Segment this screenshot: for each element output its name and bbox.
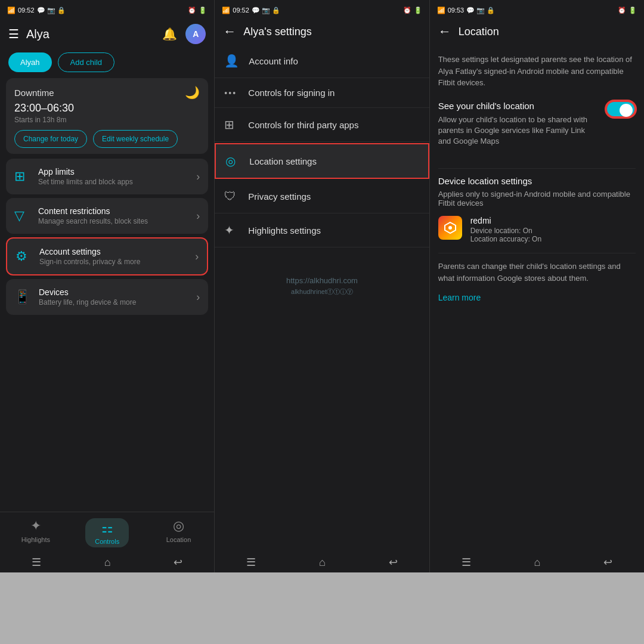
app-limits-icon: ⊞ <box>14 169 30 184</box>
content-restrictions-text: Content restrictions Manage search resul… <box>38 206 196 225</box>
signal-icon-3: 📶 <box>437 7 445 14</box>
screen-3: 📶 09:53 💬 📷 🔒 ⏰ 🔋 ← Location These setti… <box>430 0 644 572</box>
downtime-title: Downtime <box>14 88 54 98</box>
chevron-account: › <box>195 250 199 263</box>
status-left-3: 📶 09:53 💬 📷 🔒 <box>437 7 496 14</box>
controls-signing-icon: ••• <box>224 88 239 98</box>
downtime-header: Downtime 🌙 <box>14 85 200 100</box>
learn-more-link[interactable]: Learn more <box>438 293 481 302</box>
location-nav-icon: ◎ <box>173 518 184 534</box>
settings-controls-third-party[interactable]: ⊞ Controls for third party apps <box>215 108 429 142</box>
device-location-sub: Applies only to signed-in Android mobile… <box>438 190 636 208</box>
sys-home-icon[interactable]: ⌂ <box>104 556 111 569</box>
controls-signing-label: Controls for signing in <box>248 88 335 98</box>
sys3-back-icon[interactable]: ↩ <box>603 556 612 569</box>
sys-back-icon[interactable]: ↩ <box>174 556 182 569</box>
content-restrictions-subtitle: Manage search results, block sites <box>38 217 196 225</box>
menu-item-devices[interactable]: 📱 Devices Battery life, ring device & mo… <box>6 279 208 315</box>
profile-btn-1[interactable]: Alyah <box>8 52 52 72</box>
devices-subtitle: Battery life, ring device & more <box>39 298 196 306</box>
controls-nav-bg: ⚏ Controls <box>85 518 129 547</box>
time-1: 09:52 <box>18 7 35 14</box>
sys2-home-icon[interactable]: ⌂ <box>319 556 326 569</box>
screen3-title: Location <box>459 26 499 38</box>
watermark: https://alkhudhri.com alkhudhrinetⓕⓣⓘⓨ <box>233 276 411 296</box>
profile-btn-2[interactable]: Add child <box>58 52 114 72</box>
menu-item-content-restrictions[interactable]: ▽ Content restrictions Manage search res… <box>6 198 208 234</box>
account-info-icon: 👤 <box>224 54 239 68</box>
controls-nav-label: Controls <box>95 538 119 545</box>
child-location-title: See your child's location <box>438 101 600 111</box>
screen-2: 📶 09:52 💬 📷 🔒 ⏰ 🔋 ← Alya's settings 👤 Ac… <box>215 0 429 572</box>
content-restrictions-icon: ▽ <box>14 208 30 224</box>
signal-icon-2: 📶 <box>222 7 230 14</box>
device-accuracy-status: Location accuracy: On <box>470 235 541 243</box>
notification-icons-2: 💬 📷 🔒 <box>252 7 280 14</box>
watermark-url: https://alkhudhri.com <box>233 276 411 285</box>
chevron-app-limits: › <box>196 171 200 183</box>
battery-1: 🔋 <box>199 7 207 14</box>
sys-menu-icon[interactable]: ☰ <box>32 556 41 569</box>
status-bar-2: 📶 09:52 💬 📷 🔒 ⏰ 🔋 <box>215 0 429 19</box>
device-location-status: Device location: On <box>470 227 541 235</box>
devices-title: Devices <box>39 287 196 297</box>
app-limits-subtitle: Set time limits and block apps <box>38 178 196 186</box>
time-2: 09:52 <box>233 7 249 14</box>
account-settings-text: Account settings Sign-in controls, priva… <box>39 247 195 266</box>
see-child-location-row: See your child's location Allow your chi… <box>438 101 636 157</box>
system-nav-1: ☰ ⌂ ↩ <box>0 551 214 572</box>
settings-location-settings[interactable]: ◎ Location settings <box>215 143 429 179</box>
settings-highlights[interactable]: ✦ Highlights settings <box>215 213 429 247</box>
account-settings-icon: ⚙ <box>16 249 31 264</box>
alarm-icon-2: ⏰ <box>403 7 411 14</box>
highlights-settings-label: Highlights settings <box>248 225 321 236</box>
highlights-nav-icon: ✦ <box>30 518 41 534</box>
back-icon-3[interactable]: ← <box>438 24 451 39</box>
avatar-1[interactable]: A <box>185 24 206 44</box>
device-location-title: Device location settings <box>438 176 636 186</box>
status-right-2: ⏰ 🔋 <box>403 7 422 14</box>
nav-location[interactable]: ◎ Location <box>143 518 215 547</box>
time-3: 09:53 <box>448 7 465 14</box>
toggle-knob <box>620 104 633 117</box>
back-icon-2[interactable]: ← <box>223 24 236 39</box>
controls-third-party-icon: ⊞ <box>224 117 239 132</box>
nav-highlights[interactable]: ✦ Highlights <box>0 518 72 547</box>
watermark-social: alkhudhrinetⓕⓣⓘⓨ <box>233 287 411 296</box>
nav-controls[interactable]: ⚏ Controls <box>72 518 143 547</box>
alarm-icon-3: ⏰ <box>618 7 626 14</box>
controls-third-party-label: Controls for third party apps <box>248 120 358 130</box>
device-info: redmi Device location: On Location accur… <box>470 216 541 243</box>
chevron-devices: › <box>196 291 200 304</box>
hamburger-icon[interactable]: ☰ <box>8 27 19 41</box>
moon-icon: 🌙 <box>185 85 200 100</box>
screen3-content: These settings let designated parents se… <box>430 44 644 572</box>
app-title-1: Alya <box>26 27 162 41</box>
settings-account-info[interactable]: 👤 Account info <box>215 44 429 78</box>
bell-icon[interactable]: 🔔 <box>162 27 177 41</box>
location-description: These settings let designated parents se… <box>438 54 636 89</box>
downtime-buttons: Change for today Edit weekly schedule <box>14 130 200 148</box>
header-icons-1: 🔔 A <box>162 24 206 44</box>
location-toggle[interactable] <box>606 101 636 117</box>
menu-item-account-settings[interactable]: ⚙ Account settings Sign-in controls, pri… <box>6 237 208 275</box>
svg-point-1 <box>448 226 452 230</box>
settings-controls-signing[interactable]: ••• Controls for signing in <box>215 78 429 108</box>
sys2-menu-icon[interactable]: ☰ <box>246 556 256 569</box>
settings-privacy[interactable]: 🛡 Privacy settings <box>215 180 429 213</box>
screen3-header: ← Location <box>430 19 644 44</box>
sys3-menu-icon[interactable]: ☰ <box>462 556 471 569</box>
battery-2: 🔋 <box>414 7 422 14</box>
redmi-logo-svg <box>444 221 457 234</box>
system-nav-3: ☰ ⌂ ↩ <box>430 551 644 572</box>
location-nav-label: Location <box>166 536 191 543</box>
sys3-home-icon[interactable]: ⌂ <box>534 556 540 569</box>
edit-schedule-btn[interactable]: Edit weekly schedule <box>93 130 178 148</box>
app-header-1: ☰ Alya 🔔 A <box>0 19 214 49</box>
change-today-btn[interactable]: Change for today <box>14 130 87 148</box>
status-left-1: 📶 09:52 💬 📷 🔒 <box>7 7 66 14</box>
device-name: redmi <box>470 216 541 225</box>
sys2-back-icon[interactable]: ↩ <box>389 556 398 569</box>
menu-item-app-limits[interactable]: ⊞ App limits Set time limits and block a… <box>6 159 208 194</box>
child-location-subtitle: Allow your child's location to be shared… <box>438 114 600 147</box>
